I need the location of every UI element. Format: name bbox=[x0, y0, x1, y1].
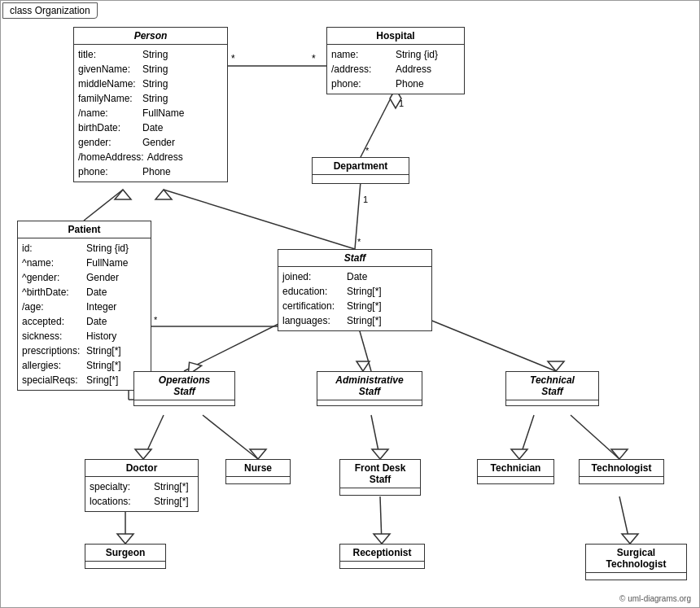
class-technical-staff-title: TechnicalStaff bbox=[506, 372, 598, 400]
class-front-desk-title: Front DeskStaff bbox=[340, 460, 420, 488]
class-technician-body bbox=[478, 477, 553, 483]
class-technician: Technician bbox=[477, 459, 554, 484]
svg-marker-38 bbox=[374, 534, 390, 544]
svg-marker-30 bbox=[372, 449, 388, 459]
class-technical-staff-body bbox=[506, 400, 598, 405]
svg-text:*: * bbox=[357, 237, 361, 247]
class-hospital-body: name:String {id} /address:Address phone:… bbox=[327, 45, 464, 94]
class-technologist-title: Technologist bbox=[580, 460, 663, 477]
class-nurse-title: Nurse bbox=[226, 460, 290, 477]
class-surgical-tech-body bbox=[586, 573, 686, 580]
class-doctor: Doctor specialty:String[*] locations:Str… bbox=[85, 459, 199, 512]
svg-text:1: 1 bbox=[399, 98, 404, 108]
svg-text:*: * bbox=[154, 315, 158, 325]
svg-text:*: * bbox=[365, 146, 370, 155]
svg-line-33 bbox=[571, 415, 619, 459]
class-staff: Staff joined:Date education:String[*] ce… bbox=[278, 249, 432, 331]
class-front-desk: Front DeskStaff bbox=[339, 459, 421, 496]
class-department: Department bbox=[312, 157, 409, 184]
class-patient: Patient id:String {id} ^name:FullName ^g… bbox=[17, 221, 151, 391]
svg-marker-28 bbox=[250, 449, 266, 459]
svg-text:1: 1 bbox=[363, 195, 368, 204]
class-nurse: Nurse bbox=[225, 459, 291, 484]
class-operations-staff-body bbox=[134, 400, 234, 405]
svg-marker-32 bbox=[511, 449, 527, 459]
svg-line-31 bbox=[519, 415, 534, 459]
class-operations-staff: OperationsStaff bbox=[133, 371, 235, 406]
svg-line-39 bbox=[619, 496, 630, 544]
class-department-title: Department bbox=[313, 158, 409, 175]
svg-marker-34 bbox=[611, 449, 628, 459]
svg-line-27 bbox=[203, 415, 258, 459]
class-person-title: Person bbox=[74, 28, 227, 45]
class-patient-title: Patient bbox=[18, 221, 151, 238]
svg-text:*: * bbox=[231, 53, 235, 64]
class-nurse-body bbox=[226, 477, 290, 483]
svg-line-23 bbox=[416, 314, 556, 371]
diagram-container: class Organization * * 1 * 1 * * * bbox=[0, 0, 700, 608]
class-receptionist-body bbox=[340, 562, 424, 568]
svg-line-29 bbox=[371, 415, 380, 459]
svg-text:*: * bbox=[312, 53, 316, 64]
class-admin-staff: AdministrativeStaff bbox=[317, 371, 422, 406]
class-surgeon: Surgeon bbox=[85, 544, 166, 569]
diagram-title: class Organization bbox=[2, 2, 98, 19]
svg-marker-36 bbox=[117, 534, 133, 544]
class-technologist-body bbox=[580, 477, 663, 483]
class-hospital: Hospital name:String {id} /address:Addre… bbox=[326, 27, 465, 94]
class-patient-body: id:String {id} ^name:FullName ^gender:Ge… bbox=[18, 238, 151, 390]
svg-marker-24 bbox=[548, 361, 564, 371]
class-doctor-body: specialty:String[*] locations:String[*] bbox=[85, 477, 198, 511]
svg-marker-26 bbox=[135, 449, 151, 459]
class-surgical-tech-title: SurgicalTechnologist bbox=[586, 545, 686, 573]
class-surgical-tech: SurgicalTechnologist bbox=[585, 544, 687, 580]
svg-marker-22 bbox=[357, 361, 370, 371]
class-doctor-title: Doctor bbox=[85, 460, 198, 477]
svg-line-3 bbox=[361, 89, 396, 157]
class-person: Person title:String givenName:String mid… bbox=[73, 27, 228, 182]
class-operations-staff-title: OperationsStaff bbox=[134, 372, 234, 400]
class-receptionist: Receptionist bbox=[339, 544, 425, 569]
class-technician-title: Technician bbox=[478, 460, 553, 477]
class-front-desk-body bbox=[340, 488, 420, 495]
class-admin-staff-body bbox=[317, 400, 422, 405]
class-receptionist-title: Receptionist bbox=[340, 545, 424, 562]
class-admin-staff-title: AdministrativeStaff bbox=[317, 372, 422, 400]
svg-line-10 bbox=[84, 190, 123, 221]
svg-line-25 bbox=[143, 415, 164, 459]
class-hospital-title: Hospital bbox=[327, 28, 464, 45]
svg-marker-40 bbox=[622, 534, 638, 544]
class-staff-title: Staff bbox=[278, 250, 431, 267]
class-surgeon-title: Surgeon bbox=[85, 545, 165, 562]
class-department-body bbox=[313, 175, 409, 183]
svg-line-12 bbox=[164, 190, 355, 249]
class-staff-body: joined:Date education:String[*] certific… bbox=[278, 267, 431, 330]
svg-line-37 bbox=[380, 496, 382, 544]
class-person-body: title:String givenName:String middleName… bbox=[74, 45, 227, 182]
class-technical-staff: TechnicalStaff bbox=[505, 371, 599, 406]
svg-marker-11 bbox=[115, 190, 131, 199]
svg-line-7 bbox=[355, 182, 361, 249]
class-surgeon-body bbox=[85, 562, 165, 568]
class-technologist: Technologist bbox=[579, 459, 664, 484]
copyright-text: © uml-diagrams.org bbox=[619, 594, 691, 603]
svg-marker-13 bbox=[155, 190, 172, 199]
